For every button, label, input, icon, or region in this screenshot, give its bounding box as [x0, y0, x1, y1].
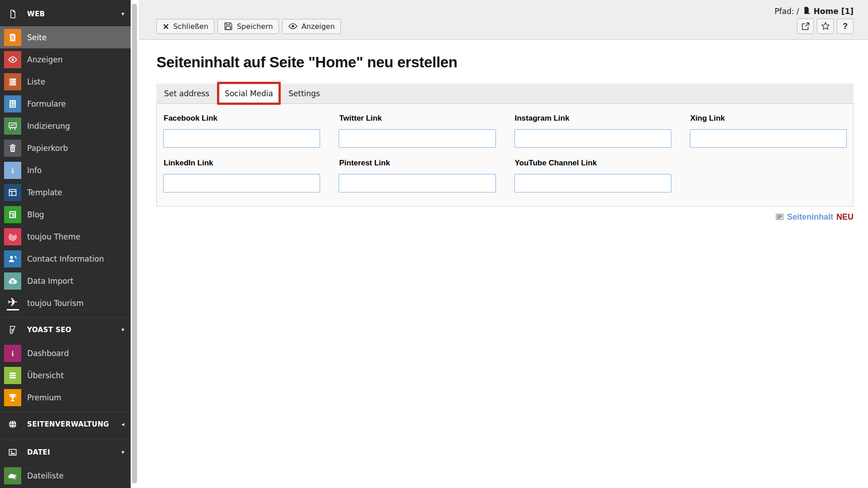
sidebar-item-liste[interactable]: Liste — [0, 70, 131, 93]
schliessen-button[interactable]: ×Schließen — [156, 19, 214, 34]
module-label: Premium — [27, 393, 61, 402]
info-icon: i — [8, 165, 18, 175]
tab-label: Settings — [288, 89, 320, 98]
module-label: toujou Tourism — [27, 299, 84, 308]
module-icon-tile — [4, 367, 21, 384]
sidebar-item-toujou-theme[interactable]: toujou Theme — [0, 225, 131, 248]
sidebar-section-yoast-seo: yYOAST SEO▾iDashboardÜbersichtPremium — [0, 317, 131, 408]
twitter-link-input[interactable] — [339, 129, 495, 148]
module-label: Übersicht — [27, 371, 64, 380]
docheader-buttons: ×SchließenSpeichernAnzeigen — [156, 19, 341, 34]
section-label: YOAST SEO — [27, 326, 71, 334]
sidebar-item-dateiliste[interactable]: Dateiliste — [0, 465, 131, 487]
module-label: Formulare — [27, 99, 66, 108]
module-label: Papierkorb — [27, 144, 68, 153]
sidebar-item-template[interactable]: Template — [0, 181, 131, 203]
bookmark-button[interactable] — [817, 19, 834, 34]
sidebar-item-premium[interactable]: Premium — [0, 386, 131, 408]
field-label: Pinterest Link — [339, 159, 495, 168]
eye-icon — [8, 55, 18, 65]
form-icon — [8, 99, 18, 109]
xing-link-input[interactable] — [690, 129, 847, 148]
tab-panel: Facebook LinkTwitter LinkInstagram LinkX… — [156, 103, 854, 206]
page-icon — [802, 6, 811, 17]
image-icon — [4, 444, 21, 461]
content-element-icon — [775, 213, 784, 221]
tab-set-address[interactable]: Set address — [156, 84, 217, 103]
help-icon: ? — [843, 22, 848, 31]
module-label: Dashboard — [27, 349, 69, 358]
sidebar-item-papierkorb[interactable]: Papierkorb — [0, 137, 131, 159]
module-label: Dateiliste — [27, 471, 64, 480]
module-icon-tile — [4, 389, 21, 406]
chevron-down-icon: ▾ — [121, 326, 124, 333]
field-label: Facebook Link — [164, 114, 320, 123]
section-label: DATEI — [27, 448, 50, 456]
scrollbar-thumb[interactable] — [132, 4, 137, 483]
module-label: Indizierung — [27, 122, 70, 131]
cloud-down-icon — [8, 276, 18, 286]
chevron-left-icon: ◂ — [121, 421, 124, 427]
anzeigen-button[interactable]: Anzeigen — [282, 19, 341, 34]
newspaper-icon — [8, 210, 18, 220]
record-info: Seiteninhalt NEU — [156, 212, 854, 222]
help-button[interactable]: ? — [837, 19, 854, 34]
page-title: Seiteninhalt auf Seite "Home" neu erstel… — [156, 54, 854, 71]
list-icon — [8, 77, 18, 87]
section-label: SEITENVERWALTUNG — [27, 420, 109, 428]
sidebar-item-seite[interactable]: Seite — [0, 26, 131, 48]
module-label: Template — [27, 188, 62, 197]
sidebar-item-info[interactable]: iInfo — [0, 159, 131, 181]
form-group-facebook-link: Facebook Link — [163, 114, 320, 148]
open-new-window-button[interactable] — [797, 19, 814, 34]
module-label: Blog — [27, 210, 44, 219]
sidebar-item-contact-information[interactable]: Contact Information — [0, 248, 131, 270]
module-label: Contact Information — [27, 254, 104, 263]
tab-settings[interactable]: Settings — [281, 84, 328, 103]
sidebar-header-datei[interactable]: DATEI▾ — [0, 440, 131, 465]
path-prefix: Pfad: / — [774, 7, 799, 16]
linkedin-link-input[interactable] — [163, 174, 320, 192]
youtube-channel-link-input[interactable] — [514, 174, 671, 192]
main-area: Pfad: / Home [1] ×SchließenSpeichernAnze… — [139, 0, 868, 488]
form-group-pinterest-link: Pinterest Link — [339, 159, 495, 192]
trophy-icon — [8, 393, 18, 403]
sidebar-item-formulare[interactable]: Formulare — [0, 93, 131, 115]
module-icon-tile — [4, 272, 21, 290]
button-label: Speichern — [237, 22, 273, 31]
sidebar-item-dashboard[interactable]: iDashboard — [0, 342, 131, 364]
docheader-icon-buttons: ? — [797, 19, 854, 34]
sidebar-item-toujou-tourism[interactable]: ✈toujou Tourism — [0, 292, 131, 314]
sidebar-item-ubersicht[interactable]: Übersicht — [0, 364, 131, 386]
speichern-button[interactable]: Speichern — [217, 19, 279, 34]
breadcrumb: Pfad: / Home [1] — [156, 4, 854, 19]
field-label: Twitter Link — [339, 114, 495, 123]
field-label: YouTube Channel Link — [515, 159, 671, 168]
sidebar-item-indizierung[interactable]: Indizierung — [0, 115, 131, 137]
module-icon-tile: i — [4, 162, 21, 179]
sidebar-item-data-import[interactable]: Data Import — [0, 270, 131, 292]
module-icon-tile — [4, 467, 21, 484]
pinterest-link-input[interactable] — [339, 174, 495, 192]
module-icon-tile — [4, 29, 21, 46]
form-group-twitter-link: Twitter Link — [339, 114, 495, 148]
file-icon — [4, 5, 21, 23]
module-icon-tile — [4, 140, 21, 157]
sidebar-header-yoast-seo[interactable]: yYOAST SEO▾ — [0, 318, 131, 342]
record-type-label: Seiteninhalt — [787, 212, 833, 222]
tab-social-media[interactable]: Social Media — [217, 82, 281, 105]
sidebar-item-blog[interactable]: Blog — [0, 203, 131, 225]
sidebar-item-anzeigen[interactable]: Anzeigen — [0, 48, 131, 70]
fingerprint-icon — [8, 232, 18, 242]
facebook-link-input[interactable] — [163, 129, 320, 148]
module-icon-tile — [4, 206, 21, 223]
chevron-down-icon: ▾ — [121, 449, 124, 455]
module-icon-tile: i — [4, 345, 21, 362]
new-badge: NEU — [836, 212, 854, 222]
field-label: Xing Link — [690, 114, 847, 123]
module-icon-tile: ✈ — [4, 295, 21, 312]
chevron-down-icon: ▾ — [121, 10, 124, 17]
sidebar-header-web[interactable]: WEB▾ — [0, 2, 131, 26]
instagram-link-input[interactable] — [514, 129, 671, 148]
sidebar-header-seitenverwaltung[interactable]: SEITENVERWALTUNG◂ — [0, 412, 131, 436]
